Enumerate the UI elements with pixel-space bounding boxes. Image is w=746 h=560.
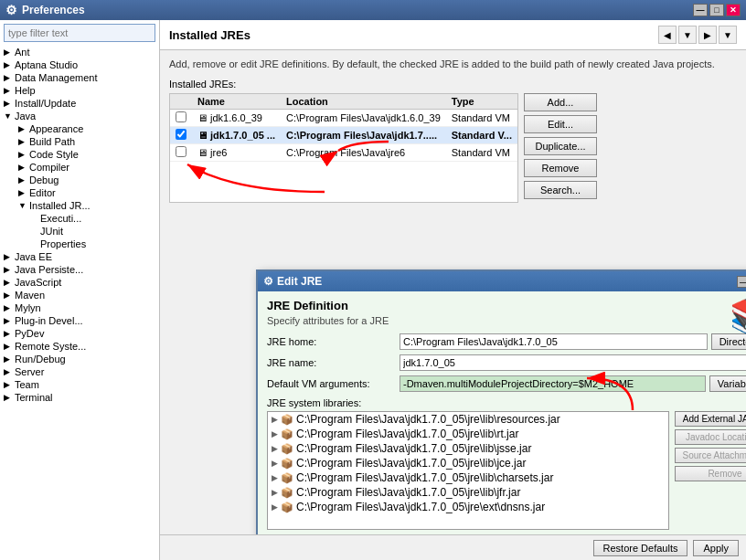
sidebar-item-mylyn[interactable]: ▶ Mylyn	[0, 301, 159, 314]
sidebar-item-run-debug[interactable]: ▶ Run/Debug	[0, 353, 159, 365]
sidebar-item-help[interactable]: ▶ Help	[0, 84, 159, 97]
apply-button[interactable]: Apply	[693, 540, 739, 556]
list-item[interactable]: ▶ 📦 C:\Program Files\Java\jdk1.7.0_05\jr…	[268, 412, 668, 427]
row2-checkbox[interactable]	[176, 129, 186, 140]
content-panel: Installed JREs ◀ ▼ ▶ ▼ Add, remove or ed…	[160, 20, 746, 560]
maven-arrow: ▶	[4, 291, 15, 300]
jre-home-input[interactable]	[400, 333, 708, 350]
sidebar-item-build-path[interactable]: ▶ Build Path	[0, 135, 159, 148]
sidebar-item-junit[interactable]: JUnit	[0, 225, 159, 238]
nav-forward-btn[interactable]: ▶	[698, 26, 717, 44]
javadoc-location-button[interactable]: Javadoc Location...	[675, 429, 746, 445]
jar-icon: 📦	[281, 472, 293, 484]
list-item[interactable]: ▶ 📦 C:\Program Files\Java\jdk1.7.0_05\jr…	[268, 427, 668, 441]
sidebar-item-pydev[interactable]: ▶ PyDev	[0, 327, 159, 340]
edit-button[interactable]: Edit...	[524, 115, 597, 133]
bottom-bar: Restore Defaults Apply	[160, 534, 746, 560]
restore-btn[interactable]: □	[709, 4, 724, 16]
list-item[interactable]: ▶ 📦 C:\Program Files\Java\jdk1.7.0_05\jr…	[268, 456, 668, 470]
sidebar-item-javascript[interactable]: ▶ JavaScript	[0, 276, 159, 289]
table-row-container: Name Location Type 🖥 jdk1.6.0_39 C:\Prog…	[169, 93, 737, 203]
sidebar-item-appearance[interactable]: ▶ Appearance	[0, 122, 159, 135]
list-item[interactable]: ▶ 📦 C:\Program Files\Java\jdk1.7.0_05\jr…	[268, 470, 668, 485]
nav-back-btn[interactable]: ◀	[658, 26, 677, 44]
sidebar-item-terminal[interactable]: ▶ Terminal	[0, 391, 159, 404]
sidebar-item-installed-jre[interactable]: ▼ Installed JR...	[0, 199, 159, 212]
sidebar-item-aptana[interactable]: ▶ Aptana Studio	[0, 58, 159, 71]
list-item[interactable]: ▶ 📦 C:\Program Files\Java\jdk1.7.0_05\jr…	[268, 500, 668, 514]
duplicate-button[interactable]: Duplicate...	[524, 137, 597, 155]
java-pers-arrow: ▶	[4, 265, 15, 274]
compiler-arrow: ▶	[18, 163, 29, 172]
variables-button[interactable]: Variables...	[709, 375, 746, 392]
sidebar-tree: ▶ Ant ▶ Aptana Studio ▶ Data Management …	[0, 46, 159, 560]
jre-name-input[interactable]	[400, 354, 746, 371]
lib-arrow: ▶	[272, 502, 278, 512]
add-button[interactable]: Add...	[524, 93, 597, 111]
row3-checkbox[interactable]	[176, 146, 186, 157]
sidebar-item-properties[interactable]: Properties	[0, 238, 159, 250]
sidebar-item-code-style[interactable]: ▶ Code Style	[0, 148, 159, 161]
lib-path: C:\Program Files\Java\jdk1.7.0_05\jre\li…	[296, 442, 531, 455]
table-row[interactable]: 🖥 jdk1.6.0_39 C:\Program Files\Java\jdk1…	[170, 110, 517, 127]
sidebar-item-maven[interactable]: ▶ Maven	[0, 289, 159, 301]
row1-name: 🖥 jdk1.6.0_39	[192, 110, 281, 127]
sidebar-item-compiler[interactable]: ▶ Compiler	[0, 161, 159, 174]
search-button[interactable]: Search...	[524, 181, 597, 199]
javascript-arrow: ▶	[4, 278, 15, 287]
table-row[interactable]: 🖥 jdk1.7.0_05 ... C:\Program Files\Java\…	[170, 127, 517, 144]
lib-path: C:\Program Files\Java\jdk1.7.0_05\jre\li…	[296, 471, 553, 484]
sidebar-item-data-mgmt[interactable]: ▶ Data Management	[0, 71, 159, 84]
sidebar-item-java-ee[interactable]: ▶ Java EE	[0, 250, 159, 263]
sidebar-item-ant[interactable]: ▶ Ant	[0, 46, 159, 58]
jre-table-container[interactable]: Name Location Type 🖥 jdk1.6.0_39 C:\Prog…	[169, 93, 518, 203]
lib-arrow: ▶	[272, 459, 278, 468]
lib-arrow: ▶	[272, 473, 278, 482]
source-attachment-button[interactable]: Source Attachment...	[675, 448, 746, 463]
sidebar-item-plugin-devel[interactable]: ▶ Plug-in Devel...	[0, 314, 159, 327]
jar-icon: 📦	[281, 414, 293, 426]
minimize-btn[interactable]: —	[693, 4, 708, 16]
row2-location: C:\Program Files\Java\jdk1.7.....	[281, 127, 446, 144]
nav-dropdown-btn[interactable]: ▼	[678, 26, 697, 44]
remove-button[interactable]: Remove	[524, 159, 597, 177]
close-btn[interactable]: ✕	[726, 4, 741, 16]
row1-checkbox[interactable]	[176, 111, 186, 122]
filter-input[interactable]	[4, 24, 155, 42]
libs-remove-button[interactable]: Remove	[675, 466, 746, 481]
sidebar-item-debug[interactable]: ▶ Debug	[0, 174, 159, 186]
default-vm-label: Default VM arguments:	[267, 378, 400, 389]
ant-arrow: ▶	[4, 48, 15, 57]
sidebar-item-remote-sys[interactable]: ▶ Remote Syste...	[0, 340, 159, 353]
sidebar-item-java-persistence[interactable]: ▶ Java Persiste...	[0, 263, 159, 276]
row3-location: C:\Program Files\Java\jre6	[281, 144, 446, 162]
default-vm-input[interactable]	[400, 375, 706, 392]
debug-arrow: ▶	[18, 175, 29, 185]
panel-body: Add, remove or edit JRE definitions. By …	[160, 50, 746, 534]
dialog-title-buttons: — □ ✕	[737, 276, 746, 288]
sidebar-item-editor[interactable]: ▶ Editor	[0, 186, 159, 199]
sidebar-item-java[interactable]: ▼ Java	[0, 110, 159, 122]
description-text: Add, remove or edit JRE definitions. By …	[169, 58, 737, 71]
libs-list[interactable]: ▶ 📦 C:\Program Files\Java\jdk1.7.0_05\jr…	[267, 411, 669, 530]
sidebar-item-install-update[interactable]: ▶ Install/Update	[0, 97, 159, 110]
nav-forward-dropdown-btn[interactable]: ▼	[719, 26, 737, 44]
dialog-minimize-btn[interactable]: —	[737, 276, 746, 288]
jre-name-label: JRE name:	[267, 357, 400, 368]
sidebar-item-team[interactable]: ▶ Team	[0, 378, 159, 391]
dialog-title-bar: ⚙ Edit JRE — □ ✕	[258, 271, 746, 291]
row1-type: Standard VM	[446, 110, 517, 127]
sidebar-item-execution[interactable]: Executi...	[0, 212, 159, 225]
libs-section: JRE system libraries: ▶ 📦 C:\Program Fil…	[267, 397, 746, 530]
table-row[interactable]: 🖥 jre6 C:\Program Files\Java\jre6 Standa…	[170, 144, 517, 162]
add-external-jars-button[interactable]: Add External JARs...	[675, 411, 746, 427]
row2-name: 🖥 jdk1.7.0_05 ...	[192, 127, 281, 144]
lib-path: C:\Program Files\Java\jdk1.7.0_05\jre\li…	[296, 457, 526, 470]
restore-defaults-button[interactable]: Restore Defaults	[593, 540, 688, 556]
list-item[interactable]: ▶ 📦 C:\Program Files\Java\jdk1.7.0_05\jr…	[268, 441, 668, 456]
sidebar-item-server[interactable]: ▶ Server	[0, 365, 159, 378]
lib-arrow: ▶	[272, 488, 278, 497]
col-type: Type	[446, 94, 517, 110]
section-label: Installed JREs:	[169, 79, 737, 90]
list-item[interactable]: ▶ 📦 C:\Program Files\Java\jdk1.7.0_05\jr…	[268, 485, 668, 500]
